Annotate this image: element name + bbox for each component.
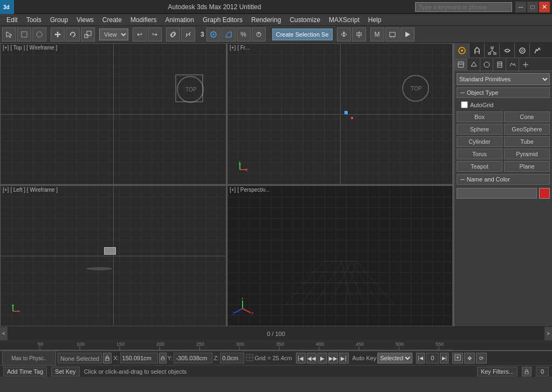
percent-snap[interactable]: % (237, 27, 251, 41)
tab-render[interactable] (454, 43, 470, 58)
selection-lock[interactable] (103, 353, 112, 363)
teapot-button[interactable]: Teapot (457, 161, 502, 172)
subtab-6[interactable] (519, 58, 532, 71)
play-button[interactable]: ▶ (318, 353, 327, 363)
selected-dropdown[interactable]: Selected (377, 353, 412, 363)
color-swatch[interactable] (539, 188, 550, 199)
menu-animation[interactable]: Animation (161, 14, 198, 26)
set-key-button[interactable]: Set Key (51, 367, 80, 376)
timeline-next-button[interactable]: > (544, 327, 552, 341)
sphere-button[interactable]: Sphere (457, 124, 502, 135)
tube-button[interactable]: Tube (504, 136, 550, 147)
menu-graph-editors[interactable]: Graph Editors (198, 14, 247, 26)
menu-group[interactable]: Group (46, 14, 72, 26)
menu-tools[interactable]: Tools (22, 14, 46, 26)
orbit-view[interactable]: ⟳ (476, 353, 487, 363)
box-button[interactable]: Box (457, 111, 502, 122)
move-tool[interactable] (51, 27, 65, 41)
subtab-2[interactable] (467, 58, 480, 71)
zoom-extents[interactable] (452, 353, 463, 363)
timeline-track[interactable]: 0 / 100 (8, 327, 544, 340)
collapse-icon-2[interactable]: ─ (460, 176, 465, 183)
object-name-input[interactable] (457, 188, 537, 199)
cone-button[interactable]: Cone (504, 111, 550, 122)
menu-help[interactable]: Help (364, 14, 386, 26)
render-button[interactable] (401, 27, 415, 41)
frame-number[interactable] (536, 367, 549, 376)
x-lock[interactable] (159, 353, 167, 363)
plane-button[interactable]: Plane (504, 161, 550, 172)
menu-edit[interactable]: Edit (2, 14, 22, 26)
ruler: 50 100 150 200 250 300 350 400 450 500 5… (0, 340, 552, 350)
frame-input[interactable] (426, 353, 439, 363)
pan-view[interactable]: ✥ (464, 353, 475, 363)
tab-hierarchy[interactable] (485, 43, 500, 58)
next-frame-button[interactable]: ▶| (339, 353, 349, 363)
unlink-tool[interactable] (181, 27, 195, 41)
svg-marker-5 (70, 34, 72, 36)
subtab-3[interactable] (480, 58, 493, 71)
render-setup[interactable] (385, 27, 399, 41)
autogrid-label: AutoGrid (470, 102, 493, 108)
create-selection-button[interactable]: Create Selection Se (272, 29, 333, 40)
subtab-5[interactable] (506, 58, 519, 71)
prev-frame-btn2[interactable]: |◀ (416, 353, 425, 363)
viewport-left[interactable]: [+] [ Left ] [ Wireframe ] (0, 185, 226, 326)
maximize-button[interactable]: □ (527, 2, 538, 12)
next-key-button[interactable]: ▶▶ (328, 353, 338, 363)
viewport-top[interactable]: [+] [ Top ] [ Wireframe ] TOP (0, 43, 226, 185)
scale-tool[interactable] (81, 27, 95, 41)
add-time-tag-button[interactable]: Add Time Tag (3, 367, 47, 376)
link-tool[interactable] (166, 27, 180, 41)
subtab-4[interactable] (493, 58, 506, 71)
select-tool[interactable] (2, 27, 16, 41)
tab-utilities[interactable] (530, 43, 545, 58)
menu-views[interactable]: Views (72, 14, 98, 26)
menubar: Edit Tools Group Views Create Modifiers … (0, 14, 552, 26)
viewport-front[interactable]: [+] [ Fr... X Y TOP (226, 43, 453, 185)
menu-rendering[interactable]: Rendering (247, 14, 285, 26)
material-editor[interactable]: M (370, 27, 384, 41)
align-tool[interactable] (352, 27, 366, 41)
angle-snap[interactable] (222, 27, 236, 41)
next-frame-btn2[interactable]: ▶| (440, 353, 448, 363)
rotate-tool[interactable] (66, 27, 80, 41)
menu-create[interactable]: Create (98, 14, 126, 26)
redo-button[interactable]: ↪ (148, 27, 162, 41)
pyramid-button[interactable]: Pyramid (504, 149, 550, 159)
geosphere-button[interactable]: GeoSphere (504, 124, 550, 135)
tab-display[interactable] (515, 43, 530, 58)
torus-button[interactable]: Torus (457, 149, 502, 159)
undo-button[interactable]: ↩ (133, 27, 147, 41)
timeline-prev-button[interactable]: < (0, 327, 8, 341)
tab-modify[interactable] (470, 43, 485, 58)
spinner-snap[interactable] (252, 27, 266, 41)
mirror-tool[interactable] (337, 27, 351, 41)
subtab-1[interactable] (454, 58, 467, 71)
rect-select-tool[interactable] (17, 27, 31, 41)
menu-modifiers[interactable]: Modifiers (126, 14, 161, 26)
menu-customize[interactable]: Customize (285, 14, 325, 26)
circle-select-tool[interactable] (32, 27, 46, 41)
tab-motion[interactable] (500, 43, 515, 58)
collapse-icon[interactable]: ─ (460, 89, 465, 96)
search-input[interactable] (415, 2, 512, 12)
minimize-button[interactable]: ─ (515, 2, 526, 12)
key-filters-button[interactable]: Key Filters... (477, 367, 518, 376)
prev-frame-button[interactable]: |◀ (296, 353, 306, 363)
prev-key-button[interactable]: ◀◀ (307, 353, 316, 363)
x-input[interactable] (120, 353, 158, 363)
snap-toggle[interactable] (206, 27, 220, 41)
autogrid-checkbox[interactable] (461, 101, 468, 108)
primitive-type-dropdown[interactable]: Standard Primitives (457, 73, 550, 85)
menu-maxscript[interactable]: MAXScript (325, 14, 364, 26)
y-input[interactable] (174, 353, 212, 363)
z-input[interactable] (220, 353, 244, 363)
cylinder-button[interactable]: Cylinder (457, 136, 502, 147)
svg-text:200: 200 (156, 341, 164, 347)
close-button[interactable]: ✕ (539, 2, 550, 12)
viewport-perspective[interactable]: [+] [ Perspectiv... (226, 185, 453, 326)
lock-icon[interactable] (522, 367, 532, 376)
reference-dropdown[interactable]: View (99, 29, 128, 40)
svg-marker-69 (471, 62, 477, 66)
